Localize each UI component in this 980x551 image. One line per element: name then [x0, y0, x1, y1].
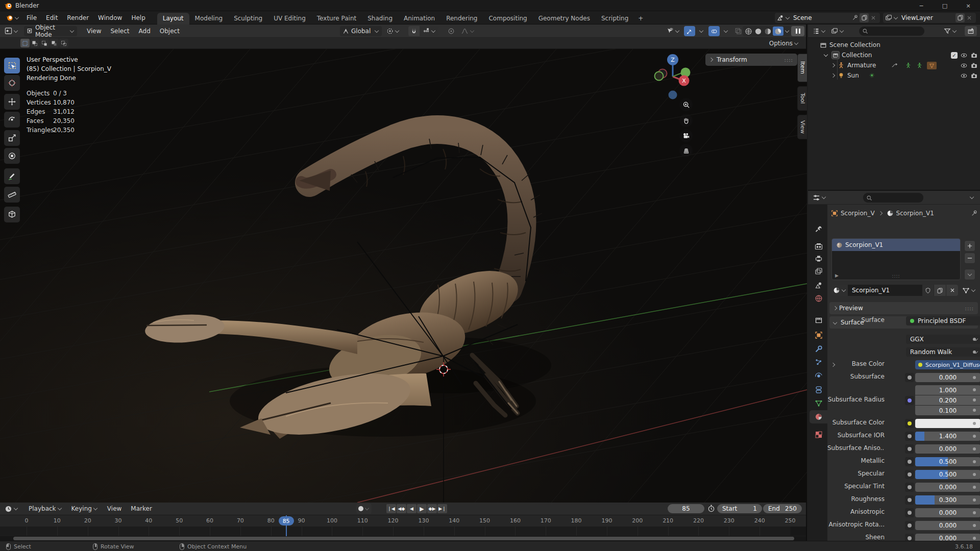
end-frame-field[interactable]: End250 — [763, 504, 802, 513]
snap-toggle[interactable] — [408, 26, 420, 36]
measure-tool-button[interactable] — [4, 187, 20, 203]
value-slider[interactable]: 0.500 — [915, 457, 980, 466]
decorator-dot[interactable] — [973, 447, 976, 450]
node-socket-button[interactable] — [905, 508, 914, 517]
jump-to-end-button[interactable]: ▶❘ — [437, 504, 447, 513]
properties-tab-modifiers[interactable] — [810, 342, 827, 356]
start-frame-field[interactable]: Start1 — [717, 504, 762, 513]
move-tool-button[interactable] — [4, 94, 20, 110]
properties-tab-object-data[interactable] — [810, 396, 827, 410]
remove-slot-button[interactable] — [964, 253, 975, 264]
disable-render-camera-icon[interactable] — [970, 72, 978, 79]
gizmos-toggle[interactable] — [684, 26, 695, 36]
scene-name[interactable]: Scene — [790, 14, 850, 21]
node-socket-button[interactable] — [905, 457, 914, 466]
node-socket-button[interactable] — [905, 534, 914, 541]
vector-value-slider[interactable]: 0.100 — [915, 406, 980, 415]
panel-grip[interactable]: :::: — [785, 57, 793, 63]
pause-render-button[interactable] — [791, 26, 804, 36]
value-slider[interactable]: 0.000 — [915, 508, 980, 517]
value-slider[interactable]: 0.000 — [915, 444, 980, 454]
gizmos-dropdown[interactable] — [695, 26, 706, 36]
select-mode-extend-button[interactable] — [30, 39, 39, 47]
new-scene-button[interactable] — [860, 13, 869, 22]
overlays-toggle[interactable] — [708, 26, 720, 36]
decorator-dot[interactable] — [973, 498, 976, 502]
shading-material-button[interactable] — [763, 28, 773, 35]
node-socket-button[interactable] — [905, 521, 914, 530]
close-button[interactable]: × — [957, 0, 980, 11]
node-socket-button[interactable] — [905, 373, 914, 382]
menu-edit[interactable]: Edit — [41, 13, 62, 23]
workspace-tab-uv-editing[interactable]: UV Editing — [268, 13, 311, 24]
workspace-tab-geometry-nodes[interactable]: Geometry Nodes — [533, 13, 596, 24]
maximize-button[interactable]: □ — [933, 0, 957, 11]
timeline-scrollbar-thumb[interactable] — [13, 537, 794, 540]
decorator-dot[interactable] — [973, 524, 976, 527]
select-box-tool-button[interactable] — [4, 58, 20, 73]
sidebar-tab-item[interactable]: Item — [797, 54, 807, 82]
workspace-tab-rendering[interactable]: Rendering — [440, 13, 483, 24]
workspace-tab-scripting[interactable]: Scripting — [596, 13, 634, 24]
overlays-dropdown[interactable] — [720, 26, 731, 36]
hide-viewport-eye-icon[interactable] — [960, 62, 968, 69]
menu-help[interactable]: Help — [127, 13, 150, 23]
workspace-tab-compositing[interactable]: Compositing — [483, 13, 532, 24]
value-slider[interactable]: 1.400 — [915, 432, 980, 441]
properties-tab-world[interactable] — [810, 292, 827, 305]
timeline-scrollbar[interactable] — [0, 536, 806, 541]
properties-tab-texture[interactable] — [810, 428, 827, 441]
armature-data-badge[interactable]: ▽ — [926, 61, 937, 70]
rotate-tool-button[interactable] — [4, 112, 20, 128]
blender-menu-button[interactable] — [3, 13, 22, 23]
unlink-scene-button[interactable] — [869, 13, 878, 22]
transform-tool-button[interactable] — [4, 148, 20, 164]
pin-icon[interactable] — [850, 13, 860, 22]
node-socket-button[interactable] — [905, 470, 914, 479]
slot-specials-dropdown[interactable] — [964, 269, 975, 280]
copy-material-icon[interactable] — [934, 285, 946, 296]
transform-panel-header[interactable]: Transform :::: — [705, 54, 797, 66]
value-slider[interactable]: 0.500 — [915, 470, 980, 479]
workspace-tab-shading[interactable]: Shading — [362, 13, 398, 24]
timeline-editor-type-button[interactable] — [2, 504, 21, 514]
shading-solid-button[interactable] — [753, 28, 763, 35]
zoom-icon[interactable] — [679, 98, 693, 111]
node-socket-button[interactable] — [905, 432, 914, 441]
decorator-dot[interactable] — [973, 537, 976, 540]
breadcrumb-material[interactable]: Scorpion_V1 — [896, 210, 934, 217]
timeline-menu-view[interactable]: View — [103, 504, 126, 514]
viewport-menu-select[interactable]: Select — [106, 26, 134, 36]
add-cube-tool-button[interactable] — [4, 207, 20, 222]
orientation-dropdown[interactable]: Global — [340, 26, 382, 36]
decorator-dot[interactable] — [973, 376, 976, 379]
value-slider[interactable]: 0.000 — [915, 521, 980, 530]
use-preview-range-icon[interactable] — [707, 505, 715, 512]
outliner-row-armature[interactable]: Armature ▽ — [808, 60, 980, 70]
properties-tab-particles[interactable] — [810, 356, 827, 369]
outliner-filter-display-dropdown[interactable] — [828, 26, 847, 36]
hide-viewport-eye-icon[interactable] — [960, 52, 968, 59]
node-socket-button[interactable] — [905, 419, 914, 428]
decorator-dot[interactable] — [973, 398, 976, 402]
pin-icon[interactable] — [971, 210, 978, 217]
material-slot-list[interactable]: Scorpion_V1 ▶ :::: — [831, 238, 961, 280]
new-collection-button[interactable] — [965, 26, 977, 36]
shader-menu-field[interactable]: Principled BSDF — [906, 316, 980, 325]
node-socket-button[interactable] — [905, 396, 914, 405]
prev-keyframe-button[interactable]: ◀◆ — [397, 504, 406, 513]
play-button[interactable]: ▶ — [417, 504, 427, 513]
properties-tab-constraints[interactable] — [810, 383, 827, 396]
viewport-menu-view[interactable]: View — [82, 26, 106, 36]
vector-value-slider[interactable]: 0.200 — [915, 395, 980, 405]
disable-render-camera-icon[interactable] — [970, 52, 978, 59]
viewport-3d[interactable]: Object Mode ViewSelectAddObject Global — [0, 24, 807, 503]
properties-tab-scene[interactable] — [810, 279, 827, 292]
decorator-dot[interactable] — [973, 422, 976, 425]
current-frame-field[interactable]: 85 — [668, 504, 704, 513]
add-workspace-button[interactable]: + — [634, 13, 647, 24]
node-socket-button[interactable] — [905, 483, 914, 492]
timeline-editor[interactable]: PlaybackKeyingViewMarker ❘◀ ◀◆ ◀ ▶ ◆▶ ▶❘… — [0, 503, 807, 541]
node-socket-button[interactable] — [905, 444, 914, 454]
sidebar-tab-tool[interactable]: Tool — [797, 86, 807, 111]
